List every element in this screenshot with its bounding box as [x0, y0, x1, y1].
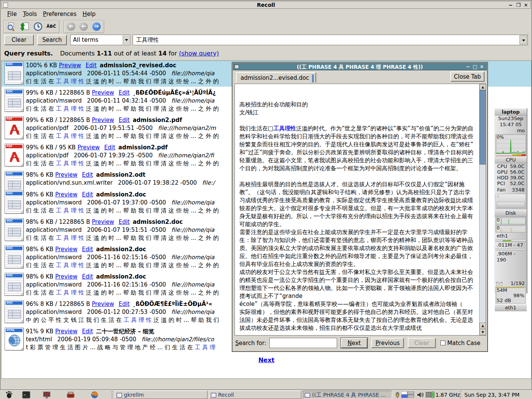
doc-file-icon: DOC — [5, 62, 24, 84]
preview-link[interactable]: Preview — [92, 89, 114, 96]
taskbar-window-button[interactable]: ((工 PHRASE 4 具 PHRASE ... — [303, 391, 392, 399]
screensaver-launcher-icon[interactable] — [43, 391, 51, 399]
edit-link[interactable]: Edit — [82, 171, 93, 178]
gnome-menu-icon[interactable] — [5, 391, 13, 399]
term-explorer-icon[interactable]: ÅBĈ — [46, 22, 56, 32]
preview-link[interactable]: Preview — [55, 191, 77, 198]
taskbar-window-button[interactable]: gkrellm — [115, 391, 207, 399]
typewriter-launcher-icon[interactable] — [66, 391, 75, 399]
preview-title: ((工 PHRASE 4 具 PHRASE 4 理 PHRASE 4 性)) — [233, 64, 486, 71]
next-page-icon[interactable]: → — [92, 22, 101, 31]
edit-link[interactable]: Edit — [104, 144, 115, 151]
firefox-launcher-icon[interactable] — [90, 391, 99, 399]
show-query-link[interactable]: (show query) — [179, 50, 219, 57]
minimize-button[interactable]: − — [508, 2, 514, 8]
gkrellm-date: Sun23Sep — [495, 116, 527, 122]
edit-link[interactable]: Edit — [82, 246, 93, 253]
panel-handle[interactable] — [460, 391, 461, 398]
scroll-down-icon[interactable]: ▼ — [480, 329, 486, 335]
window-icon — [117, 393, 122, 397]
menu-help[interactable]: Help — [79, 10, 98, 17]
cpufreq-icon[interactable] — [426, 391, 435, 399]
next-results-link[interactable]: Next — [258, 356, 274, 364]
preview-tab[interactable]: admission2...evised.doc — [236, 72, 316, 82]
chevron-down-icon[interactable] — [123, 35, 130, 44]
find-previous-button[interactable]: Previous — [371, 338, 404, 348]
edit-link[interactable]: Edit — [82, 328, 93, 335]
preview-link[interactable]: Preview — [59, 62, 81, 69]
preview-link[interactable]: Preview — [92, 218, 114, 225]
taskbar-window-button[interactable]: Recoll — [209, 391, 301, 399]
scrollbar-thumb[interactable] — [480, 90, 486, 165]
preview-link[interactable]: Preview — [55, 171, 77, 178]
close-button[interactable]: ✕ — [479, 63, 485, 70]
menu-preferences[interactable]: Preferences — [40, 10, 79, 17]
find-clear-button[interactable]: Clear — [408, 338, 436, 348]
mail-row: 1/192 — [495, 280, 527, 287]
sensor-row: PCI52.0C — [495, 180, 527, 186]
fan-slider-panel[interactable] — [496, 194, 526, 209]
close-button[interactable]: ✕ — [523, 2, 529, 8]
volume-icon[interactable] — [416, 391, 424, 399]
result-title: admission2.odt — [96, 171, 146, 178]
result-mimetype: application/pdf — [26, 125, 68, 131]
checkbox-icon[interactable] — [440, 340, 445, 345]
scroll-up-icon[interactable]: ▲ — [480, 84, 486, 90]
preview-link[interactable]: Preview — [55, 273, 77, 280]
maximize-button[interactable]: □ — [472, 63, 478, 70]
result-mimetype: application/msword — [26, 309, 82, 315]
preview-link[interactable]: Preview — [92, 117, 114, 124]
preview-paragraph: 高校招生最明显的目的当然是选拔人才。但这选拔人才的目标却不仅仅是人们假定“因材施… — [239, 180, 475, 228]
search-button[interactable]: Search — [37, 35, 67, 45]
edit-link[interactable]: Edit — [86, 62, 97, 69]
previous-page-icon[interactable]: ← — [79, 22, 88, 31]
edit-link[interactable]: Edit — [82, 273, 93, 280]
result-relevance: 99% — [26, 144, 40, 151]
minimize-button[interactable]: − — [465, 63, 471, 70]
search-mode-value: All terms — [73, 36, 98, 43]
taskbar-clock[interactable]: Sun Sep 23, 3:47 PM — [464, 392, 519, 398]
result-relevance: 91% — [26, 328, 40, 335]
preview-scrollbar[interactable]: ▲ ▲ ▼ — [479, 84, 486, 335]
maximize-button[interactable]: ❐ — [515, 2, 521, 8]
preview-link[interactable]: Preview — [55, 328, 77, 335]
edit-link[interactable]: Edit — [119, 89, 130, 96]
edit-link[interactable]: Edit — [119, 117, 130, 124]
menu-file[interactable]: File — [4, 10, 20, 17]
chevron-down-icon[interactable] — [519, 35, 527, 44]
match-case-checkbox[interactable]: Match Case — [440, 340, 480, 347]
advanced-search-icon[interactable] — [6, 22, 16, 32]
preview-paragraph: 我们生活在□工具理性泛滥的时代。作为“世之显学”的诸种以“事实”与“价值”的二分… — [239, 125, 475, 173]
power-plug-icon[interactable] — [394, 391, 401, 399]
preview-link[interactable]: Preview — [55, 246, 77, 253]
result-snippet: 中 的 公 平 性 文 钱 江 我 们 生 活 在 工 具 理 性 泛 滥 的 … — [26, 316, 219, 324]
query-input[interactable]: 工具理性 — [133, 35, 528, 45]
pdf-file-icon: PDF — [5, 144, 24, 166]
result-snippet: 们 生 活 在 工 具 理 性 泛 滥 的 时 ... 帮 助 我 们 理 清 … — [26, 160, 219, 168]
sort-parameters-icon[interactable] — [20, 22, 30, 32]
close-tab-button[interactable]: Close Tab — [450, 71, 484, 82]
preview-link[interactable]: Preview — [92, 301, 114, 307]
history-icon[interactable] — [33, 22, 43, 32]
panel-handle[interactable] — [111, 391, 113, 398]
result-relevance: 99% — [26, 89, 40, 96]
result-relevance: 100% — [26, 62, 44, 69]
edit-link[interactable]: Edit — [119, 301, 130, 307]
taskbar: >_ gkrellmRecoll((工 PHRASE 4 具 PHRASE ..… — [0, 390, 532, 399]
terminal-launcher-icon[interactable]: >_ — [22, 391, 30, 399]
workspace-pager-icon[interactable] — [401, 391, 414, 398]
edit-link[interactable]: Edit — [119, 218, 130, 225]
clear-button[interactable]: Clear — [4, 35, 34, 45]
scroll-up-icon[interactable]: ▲ — [480, 323, 486, 329]
main-titlebar[interactable]: Recoll − ❐ ✕ — [1, 1, 531, 9]
search-mode-select[interactable]: All terms — [70, 35, 130, 45]
result-size: 6 KB / 1228865 B — [40, 117, 92, 124]
first-page-icon[interactable]: ← — [67, 22, 75, 31]
edit-link[interactable]: Edit — [82, 191, 93, 198]
find-input[interactable] — [269, 338, 337, 348]
find-next-button[interactable]: Next — [341, 338, 367, 348]
preview-titlebar[interactable]: ((工 PHRASE 4 具 PHRASE 4 理 PHRASE 4 性)) −… — [233, 63, 487, 70]
preview-link[interactable]: Preview — [78, 144, 100, 151]
result-size: 6 KB — [44, 62, 59, 69]
menu-tools[interactable]: Tools — [20, 10, 40, 17]
